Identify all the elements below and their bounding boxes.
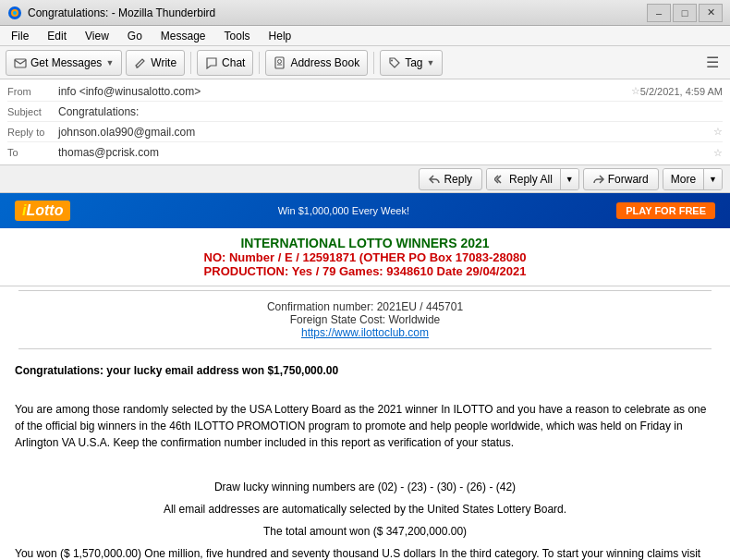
hamburger-menu[interactable]: ☰ [700,52,724,73]
address-book-icon [274,56,286,69]
from-label: From [7,86,58,97]
svg-point-2 [13,11,17,15]
toolbar-separator-1 [190,52,191,74]
reply-all-icon [494,174,505,185]
tag-dropdown-arrow[interactable]: ▼ [427,58,435,67]
intl-title: INTERNATIONAL LOTTO WINNERS 2021 [0,236,730,250]
lotto-banner: iLotto Win $1,000,000 Every Week! PLAY F… [0,193,730,228]
draw-line: Draw lucky winning numbers are (02) - (2… [15,479,715,495]
subject-label: Subject [7,106,58,117]
from-star-icon[interactable]: ☆ [631,85,640,97]
minimize-button[interactable]: – [647,4,671,22]
maximize-button[interactable]: □ [673,4,697,22]
svg-point-8 [391,59,393,61]
action-bar: Reply Reply All ▼ Forward More ▼ [0,165,730,193]
menu-file[interactable]: File [4,28,36,44]
toolbar-separator-3 [373,52,374,74]
toolbar-separator-2 [259,52,260,74]
menu-view[interactable]: View [78,28,116,44]
no-line: NO: Number / E / 12591871 (OTHER PO Box … [0,250,730,264]
menu-message[interactable]: Message [153,28,213,44]
subject-row: Subject Congratulations: [7,102,723,122]
email-header: From info <info@winusalotto.com> ☆ 5/2/2… [0,79,730,165]
reply-all-main[interactable]: Reply All [487,169,560,189]
menu-go[interactable]: Go [120,28,150,44]
to-label: To [7,147,58,158]
reply-button[interactable]: Reply [419,168,482,190]
reply-to-value: johnson.ola990@gmail.com [58,126,710,139]
get-messages-dropdown-arrow[interactable]: ▼ [105,58,114,67]
get-messages-icon [14,56,27,69]
svg-point-6 [278,59,282,63]
subject-value: Congratulations: [58,105,723,118]
tag-icon [388,56,401,69]
won-line: You won ($ 1,570,000.00) One million, fi… [15,545,715,560]
lotto-logo-text: Lotto [26,202,63,218]
menubar: File Edit View Go Message Tools Help [0,26,730,46]
menu-edit[interactable]: Edit [40,28,74,44]
more-button[interactable]: More ▼ [663,168,723,190]
body-para1: You are among those randomly selected by… [15,401,715,451]
reply-all-button[interactable]: Reply All ▼ [486,168,579,190]
menu-help[interactable]: Help [262,28,299,44]
email-content-wrapper: iLotto Win $1,000,000 Every Week! PLAY F… [0,193,730,560]
titlebar: Congratulations: - Mozilla Thunderbird –… [0,0,730,26]
confirm-number: Confirmation number: 2021EU / 445701 [0,300,730,313]
congrats-line: Congratulations: your lucky email addres… [15,362,715,379]
window-title: Congratulations: - Mozilla Thunderbird [28,6,647,19]
play-button[interactable]: PLAY FOR FREE [616,202,715,219]
to-star-icon[interactable]: ☆ [713,147,723,159]
chat-button[interactable]: Chat [197,50,253,76]
toolbar: Get Messages ▼ Write Chat Address Book T… [0,46,730,79]
foreign-state: Foreign State Cost: Worldwide [0,313,730,326]
more-main[interactable]: More [663,169,703,189]
close-button[interactable]: ✕ [699,4,723,22]
write-icon [134,56,147,69]
app-icon [7,6,22,20]
reply-to-label: Reply to [7,127,58,138]
selected-line: All email addresses are automatically se… [15,501,715,517]
reply-all-dropdown[interactable]: ▼ [560,169,578,189]
from-row: From info <info@winusalotto.com> ☆ 5/2/2… [7,81,723,102]
email-body: Congratulations: your lucky email addres… [0,353,730,560]
reply-to-row: Reply to johnson.ola990@gmail.com ☆ [7,122,723,142]
email-date: 5/2/2021, 4:59 AM [640,86,723,97]
forward-icon [593,174,604,185]
write-button[interactable]: Write [126,50,185,76]
email-header-section: INTERNATIONAL LOTTO WINNERS 2021 NO: Num… [0,228,730,286]
production-line: PRODUCTION: Yes / 79 Games: 9348610 Date… [0,264,730,278]
reply-to-star-icon[interactable]: ☆ [713,126,723,138]
address-book-button[interactable]: Address Book [265,50,368,76]
window-controls: – □ ✕ [647,4,723,22]
get-messages-button[interactable]: Get Messages ▼ [6,50,122,76]
from-value: info <info@winusalotto.com> [58,85,627,98]
to-row: To thomas@pcrisk.com ☆ [7,142,723,163]
menu-tools[interactable]: Tools [217,28,258,44]
forward-button[interactable]: Forward [583,168,659,190]
banner-tagline: Win $1,000,000 Every Week! [278,205,409,216]
tag-button[interactable]: Tag ▼ [380,50,443,76]
to-value: thomas@pcrisk.com [58,146,710,159]
confirm-section: Confirmation number: 2021EU / 445701 For… [0,295,730,345]
website-link[interactable]: https://www.ilottoclub.com [301,326,429,339]
reply-icon [429,174,440,185]
chat-icon [205,56,218,69]
total-line: The total amount won ($ 347,200,000.00) [15,523,715,540]
more-dropdown[interactable]: ▼ [703,169,722,189]
email-content[interactable]: iLotto Win $1,000,000 Every Week! PLAY F… [0,193,730,560]
